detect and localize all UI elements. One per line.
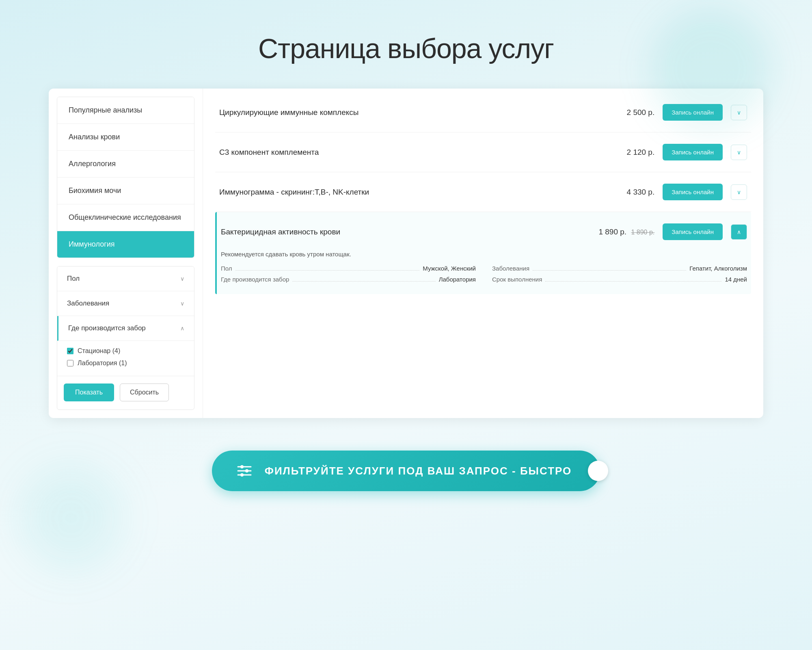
service-row: Циркулирующие иммунные комплексы 2 500 р… [215,93,751,132]
svg-point-3 [240,465,244,468]
filter-gender-label: Пол [67,275,80,283]
filter-location-label: Где производится забор [68,324,146,332]
sidebar-item-clinical[interactable]: Общеклинические исследования [57,204,194,231]
service-row: С3 компонент комплемента 2 120 р. Запись… [215,132,751,172]
service-price: 2 120 р. [606,148,654,157]
checkbox-laboratory-label: Лаборатория (1) [78,360,127,367]
detail-dots [545,281,721,282]
sidebar-item-immunology[interactable]: Иммунология [57,231,194,258]
detail-value: 14 дней [721,276,747,283]
book-button[interactable]: Запись онлайн [663,104,723,121]
service-name: Циркулирующие иммунные комплексы [219,108,598,117]
detail-value: Гепатит, Алкоголизм [686,265,747,272]
book-button[interactable]: Запись онлайн [663,223,723,240]
svg-point-4 [245,469,248,472]
filter-icon [236,464,253,478]
service-price: 4 330 р. [606,188,654,197]
filter-location-options: Стационар (4) Лаборатория (1) [57,341,194,376]
service-main-row: Бактерицидная активность крови 1 890 р. … [221,223,747,240]
detail-dots [235,270,420,271]
main-card: Популярные анализы Анализы крови Аллерго… [49,89,763,418]
banner-text: ФИЛЬТРУЙТЕ УСЛУГИ ПОД ВАШ ЗАПРОС - БЫСТР… [265,465,572,477]
detail-row: Где производится забор Лаборатория [221,276,476,283]
detail-value: Лаборатория [436,276,476,283]
detail-grid: Пол Мужской, Женский Заболевания Гепатит… [221,265,747,283]
service-row: Иммунограмма - скрининг:Т,В-, NK-клетки … [215,172,751,212]
checkbox-laboratory[interactable]: Лаборатория (1) [67,357,184,369]
chevron-down-icon: ∨ [180,275,184,282]
sidebar-item-allergy[interactable]: Аллергология [57,151,194,178]
detail-dots [533,270,686,271]
detail-label: Где производится забор [221,276,292,283]
page-wrapper: Страница выбора услуг Популярные анализы… [0,0,812,650]
detail-row: Пол Мужской, Женский [221,265,476,272]
filter-disease[interactable]: Заболевания ∨ [57,291,194,316]
chevron-up-icon: ∧ [180,325,184,332]
book-button[interactable]: Запись онлайн [663,184,723,200]
expand-button[interactable]: ∨ [731,105,747,120]
filter-location[interactable]: Где производится забор ∧ [57,316,194,341]
service-main-row: Иммунограмма - скрининг:Т,В-, NK-клетки … [219,184,747,200]
filter-icon-svg [236,464,253,478]
chevron-down-icon: ∨ [180,300,184,307]
bottom-banner: ФИЛЬТРУЙТЕ УСЛУГИ ПОД ВАШ ЗАПРОС - БЫСТР… [0,451,812,516]
checkbox-laboratory-input[interactable] [67,360,73,366]
show-button[interactable]: Показать [64,384,114,401]
header-section: Страница выбора услуг [0,0,812,89]
service-row-expanded: Бактерицидная активность крови 1 890 р. … [215,212,751,294]
service-name: С3 компонент комплемента [219,148,598,157]
filter-gender[interactable]: Пол ∨ [57,266,194,291]
service-description: Рекомендуется сдавать кровь утром натоща… [221,251,747,258]
service-main-row: Циркулирующие иммунные комплексы 2 500 р… [219,104,747,121]
service-price: 2 500 р. [606,108,654,117]
detail-row: Срок выполнения 14 дней [492,276,747,283]
sidebar-item-blood[interactable]: Анализы крови [57,124,194,151]
expand-button[interactable]: ∨ [731,184,747,200]
detail-row: Заболевания Гепатит, Алкоголизм [492,265,747,272]
sidebar-item-popular[interactable]: Популярные анализы [57,97,194,124]
filter-section: Пол ∨ Заболевания ∨ Где производится заб… [57,266,194,410]
detail-dots [292,281,435,282]
checkbox-stationary-input[interactable] [67,348,73,354]
expand-button[interactable]: ∧ [731,224,747,240]
service-price-old: 1 890 р. [631,229,654,236]
sidebar-item-biochem[interactable]: Биохимия мочи [57,178,194,204]
expand-button[interactable]: ∨ [731,145,747,160]
sidebar-menu: Популярные анализы Анализы крови Аллерго… [57,97,194,258]
detail-value: Мужской, Женский [419,265,476,272]
detail-label: Заболевания [492,265,533,272]
banner-pill[interactable]: ФИЛЬТРУЙТЕ УСЛУГИ ПОД ВАШ ЗАПРОС - БЫСТР… [212,451,600,491]
checkbox-stationary-label: Стационар (4) [78,347,120,355]
checkbox-stationary[interactable]: Стационар (4) [67,345,184,357]
filter-buttons: Показать Сбросить [64,376,188,403]
detail-label: Пол [221,265,235,272]
svg-point-5 [240,473,244,477]
service-details: Рекомендуется сдавать кровь утром натоща… [221,247,747,283]
service-price: 1 890 р. 1 890 р. [598,228,654,236]
service-name: Бактерицидная активность крови [221,228,590,236]
banner-handle [588,461,608,481]
filter-disease-label: Заболевания [67,299,109,308]
sidebar: Популярные анализы Анализы крови Аллерго… [49,89,203,418]
service-name: Иммунограмма - скрининг:Т,В-, NK-клетки [219,188,598,197]
filter-buttons-container: Показать Сбросить [57,376,194,410]
book-button[interactable]: Запись онлайн [663,144,723,160]
page-title: Страница выбора услуг [0,32,812,64]
content-area: Циркулирующие иммунные комплексы 2 500 р… [203,89,763,418]
detail-label: Срок выполнения [492,276,545,283]
reset-button[interactable]: Сбросить [120,384,169,401]
service-main-row: С3 компонент комплемента 2 120 р. Запись… [219,144,747,160]
